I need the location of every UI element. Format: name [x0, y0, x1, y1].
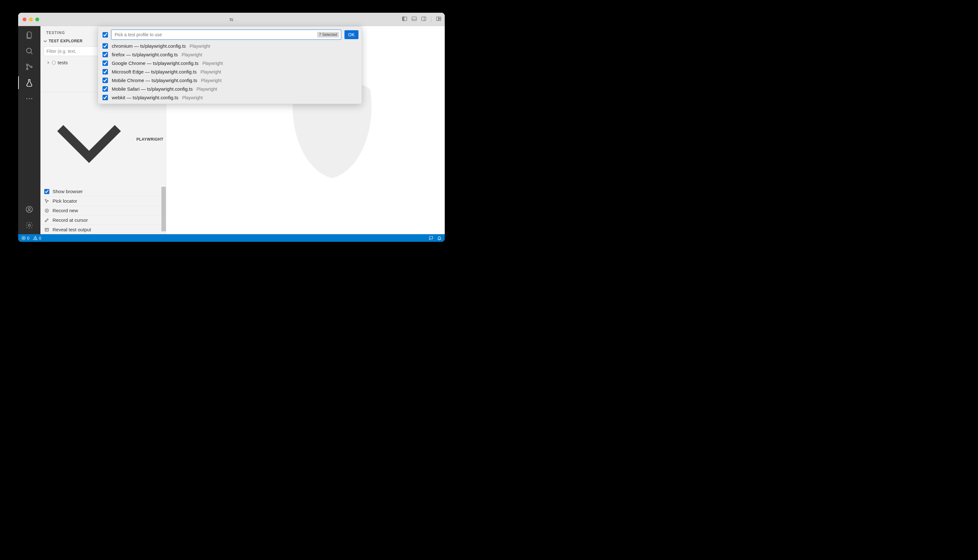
- quickpick-item[interactable]: Mobile Safari — ts/playwright.config.ts …: [98, 85, 362, 93]
- svg-rect-8: [439, 19, 441, 20]
- warning-icon: [33, 236, 38, 240]
- quickpick-item-desc: Playwright: [197, 87, 217, 92]
- svg-rect-7: [439, 17, 441, 18]
- status-errors[interactable]: 0: [21, 236, 29, 240]
- cursor-icon: [44, 198, 49, 203]
- pick-locator-action[interactable]: Pick locator: [40, 196, 166, 205]
- quickpick-item-checkbox[interactable]: [102, 86, 108, 92]
- quickpick-item-label: Mobile Chrome — ts/playwright.config.ts: [112, 78, 197, 83]
- warnings-count: 0: [39, 236, 41, 240]
- quickpick-item-checkbox[interactable]: [102, 78, 108, 83]
- testing-activity-icon[interactable]: [25, 78, 34, 87]
- svg-rect-1: [402, 17, 404, 21]
- quickpick-item-desc: Playwright: [190, 43, 210, 49]
- record-new-label: Record new: [53, 208, 78, 213]
- quickpick-item[interactable]: webkit — ts/playwright.config.ts Playwri…: [98, 93, 362, 102]
- playwright-actions: Show browser Pick locator Record new: [40, 187, 166, 234]
- status-notifications[interactable]: [437, 236, 442, 240]
- status-feedback[interactable]: [429, 236, 433, 240]
- errors-count: 0: [27, 236, 29, 240]
- test-item-label: tests: [58, 60, 68, 65]
- vscode-window: ts TESTING: [18, 13, 445, 242]
- record-new-action[interactable]: Record new: [40, 205, 166, 215]
- separator: [431, 17, 431, 22]
- quickpick-item[interactable]: firefox — ts/playwright.config.ts Playwr…: [98, 50, 362, 59]
- output-icon: [44, 227, 49, 232]
- reveal-output-action[interactable]: Reveal test output: [40, 225, 166, 234]
- quickpick-item[interactable]: Microsoft Edge — ts/playwright.config.ts…: [98, 67, 362, 76]
- playwright-section-header[interactable]: PLAYWRIGHT: [40, 92, 166, 187]
- error-icon: [21, 236, 26, 240]
- status-warnings[interactable]: 0: [33, 236, 41, 240]
- show-browser-toggle[interactable]: Show browser: [40, 187, 166, 196]
- plus-circle-icon: [44, 208, 49, 213]
- toggle-panel-icon[interactable]: [411, 16, 417, 23]
- select-all-checkbox[interactable]: [102, 32, 108, 38]
- quickpick-item-desc: Playwright: [182, 52, 202, 57]
- quickpick-item-desc: Playwright: [201, 78, 222, 83]
- svg-point-18: [28, 208, 30, 210]
- chevron-right-icon: [46, 61, 50, 65]
- quickpick-input[interactable]: Pick a test profile to use 7 Selected: [111, 30, 341, 40]
- test-status-icon: [52, 61, 56, 65]
- search-activity-icon[interactable]: [25, 47, 34, 55]
- svg-line-10: [30, 52, 32, 54]
- more-activity-icon[interactable]: [25, 94, 34, 103]
- quickpick-item-desc: Playwright: [182, 95, 203, 100]
- svg-point-15: [28, 98, 30, 99]
- test-explorer-title: TEST EXPLORER: [49, 39, 83, 43]
- quickpick-item-desc: Playwright: [200, 69, 221, 75]
- toggle-secondary-sidebar-icon[interactable]: [421, 16, 427, 23]
- reveal-output-label: Reveal test output: [53, 227, 91, 232]
- quickpick-list: chromium — ts/playwright.config.ts Playw…: [98, 42, 362, 102]
- quickpick-item-checkbox[interactable]: [102, 43, 108, 49]
- feedback-icon: [429, 236, 433, 240]
- record-at-cursor-label: Record at cursor: [53, 217, 88, 223]
- chevron-down-icon: [43, 93, 135, 185]
- title-bar-actions: [402, 16, 442, 23]
- quickpick-item-label: Microsoft Edge — ts/playwright.config.ts: [112, 69, 197, 75]
- settings-activity-icon[interactable]: [25, 221, 34, 230]
- selected-count-badge: 7 Selected: [317, 32, 339, 38]
- svg-point-14: [27, 98, 27, 99]
- svg-point-30: [35, 239, 36, 239]
- svg-rect-4: [422, 17, 426, 21]
- window-title: ts: [18, 17, 445, 22]
- quickpick-item-checkbox[interactable]: [102, 52, 108, 57]
- show-browser-label: Show browser: [53, 189, 83, 194]
- activity-bar: [18, 26, 40, 234]
- pick-locator-label: Pick locator: [53, 198, 77, 203]
- quickpick-item-checkbox[interactable]: [102, 60, 108, 66]
- filter-placeholder: Filter (e.g. text,: [47, 49, 76, 54]
- quickpick-item-checkbox[interactable]: [102, 95, 108, 100]
- quickpick-item-label: Google Chrome — ts/playwright.config.ts: [112, 60, 199, 66]
- test-profile-quickpick: Pick a test profile to use 7 Selected OK…: [98, 26, 362, 104]
- pencil-icon: [44, 218, 49, 223]
- toggle-primary-sidebar-icon[interactable]: [402, 16, 407, 23]
- title-bar: ts: [18, 13, 445, 26]
- show-browser-checkbox[interactable]: [44, 189, 49, 194]
- explorer-activity-icon[interactable]: [25, 30, 34, 40]
- quickpick-item[interactable]: Mobile Chrome — ts/playwright.config.ts …: [98, 76, 362, 85]
- quickpick-item-label: firefox — ts/playwright.config.ts: [112, 52, 178, 57]
- svg-point-11: [27, 64, 28, 65]
- svg-point-9: [27, 48, 31, 53]
- playwright-title: PLAYWRIGHT: [136, 137, 163, 142]
- svg-rect-6: [436, 17, 438, 21]
- chevron-down-icon: [43, 39, 47, 43]
- svg-rect-23: [45, 228, 49, 231]
- quickpick-item[interactable]: chromium — ts/playwright.config.ts Playw…: [98, 42, 362, 50]
- svg-point-12: [27, 68, 28, 70]
- ok-button[interactable]: OK: [344, 30, 359, 39]
- scrollbar[interactable]: [162, 187, 166, 231]
- accounts-activity-icon[interactable]: [25, 205, 34, 214]
- status-bar: 0 0: [18, 234, 445, 242]
- record-at-cursor-action[interactable]: Record at cursor: [40, 215, 166, 225]
- quickpick-item-label: chromium — ts/playwright.config.ts: [112, 43, 186, 49]
- quickpick-item-label: webkit — ts/playwright.config.ts: [112, 95, 178, 100]
- quickpick-item[interactable]: Google Chrome — ts/playwright.config.ts …: [98, 59, 362, 67]
- source-control-activity-icon[interactable]: [25, 62, 34, 71]
- svg-rect-2: [412, 17, 416, 21]
- quickpick-item-checkbox[interactable]: [102, 69, 108, 75]
- customize-layout-icon[interactable]: [436, 16, 442, 23]
